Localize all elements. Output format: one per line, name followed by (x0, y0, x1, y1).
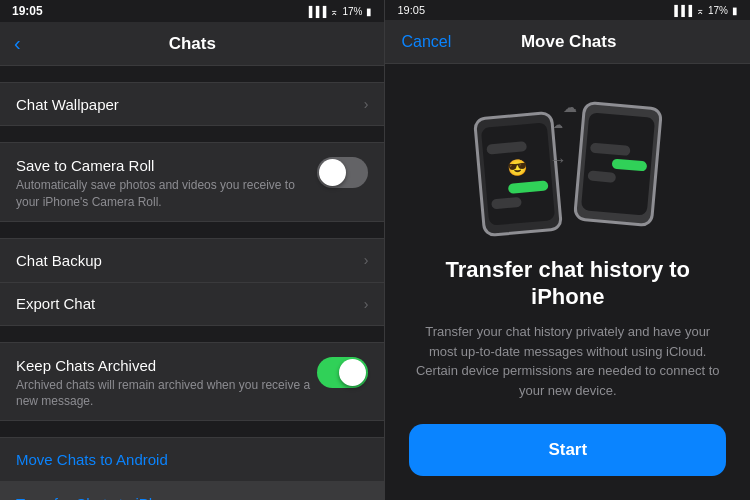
save-camera-roll-desc: Automatically save photos and videos you… (16, 177, 317, 211)
save-camera-roll-label: Save to Camera Roll (16, 157, 317, 174)
section-keep-archived: Keep Chats Archived Archived chats will … (0, 342, 384, 422)
move-chats-android-row[interactable]: Move Chats to Android (0, 437, 384, 481)
chat-bubble-received-1 (486, 141, 527, 154)
phone-left: 😎 (473, 111, 563, 238)
toggle-knob (319, 159, 346, 186)
emoji-sunglasses: 😎 (506, 157, 528, 178)
cancel-button[interactable]: Cancel (401, 33, 451, 51)
move-chats-title: Move Chats (521, 32, 616, 52)
battery-pct-left: 17% (342, 6, 362, 17)
cloud-icon-1: ☁ (563, 99, 577, 115)
cloud-icon-2: ☁ (553, 119, 563, 130)
right-main-content: 😎 → ☁ ☁ Transfer chat history to iPhone (385, 64, 750, 500)
right-status-icons: ▐▐▐ ⌅ 17% ▮ (671, 5, 738, 16)
page-title: Chats (169, 34, 216, 54)
export-chat-row[interactable]: Export Chat › (0, 282, 384, 326)
chat-bubble-received-2 (491, 196, 522, 209)
chat-bubble-received-r2 (587, 170, 616, 182)
chat-bubble-sent-1 (508, 180, 549, 193)
keep-archived-toggle[interactable] (317, 357, 368, 388)
export-chat-label: Export Chat (16, 295, 364, 312)
section-backup-export: Chat Backup › Export Chat › (0, 238, 384, 326)
chat-backup-row[interactable]: Chat Backup › (0, 238, 384, 282)
keep-archived-label: Keep Chats Archived (16, 357, 317, 374)
signal-icon-right: ▐▐▐ (671, 5, 692, 16)
left-status-icons: ▐▐▐ ⌅ 17% ▮ (305, 6, 372, 17)
phone-right (573, 101, 663, 228)
move-chats-android-label: Move Chats to Android (16, 451, 168, 468)
battery-pct-right: 17% (708, 5, 728, 16)
phones-illustration: 😎 → ☁ ☁ (468, 94, 668, 241)
chevron-left-icon: ‹ (14, 32, 21, 55)
right-nav-header: Cancel Move Chats (385, 20, 750, 64)
start-button[interactable]: Start (409, 424, 726, 476)
right-time: 19:05 (397, 4, 425, 16)
chat-backup-label: Chat Backup (16, 252, 364, 269)
keep-archived-desc: Archived chats will remain archived when… (16, 377, 317, 411)
chevron-right-icon: › (364, 252, 369, 268)
save-camera-roll-row[interactable]: Save to Camera Roll Automatically save p… (0, 142, 384, 222)
left-panel: 19:05 ▐▐▐ ⌅ 17% ▮ ‹ Chats Chat Wallpaper… (0, 0, 384, 500)
phone-right-screen (581, 112, 655, 215)
left-nav-header: ‹ Chats (0, 22, 384, 66)
battery-icon-left: ▮ (366, 6, 372, 17)
wifi-icon: ⌅ (330, 6, 338, 17)
wifi-icon-right: ⌅ (696, 5, 704, 16)
right-status-bar: 19:05 ▐▐▐ ⌅ 17% ▮ (385, 0, 750, 20)
section-wallpaper: Chat Wallpaper › (0, 82, 384, 126)
section-camera-roll: Save to Camera Roll Automatically save p… (0, 142, 384, 222)
back-button[interactable]: ‹ (14, 32, 21, 55)
save-camera-roll-toggle[interactable] (317, 157, 368, 188)
battery-icon-right: ▮ (732, 5, 738, 16)
keep-archived-row[interactable]: Keep Chats Archived Archived chats will … (0, 342, 384, 422)
chevron-right-icon: › (364, 296, 369, 312)
left-status-bar: 19:05 ▐▐▐ ⌅ 17% ▮ (0, 0, 384, 22)
transfer-chats-iphone-label: Transfer Chats to iPhone (16, 495, 182, 500)
right-panel: 19:05 ▐▐▐ ⌅ 17% ▮ Cancel Move Chats 😎 (385, 0, 750, 500)
left-time: 19:05 (12, 4, 43, 18)
section-move-transfer: Move Chats to Android Transfer Chats to … (0, 437, 384, 500)
chat-bubble-sent-r1 (611, 158, 647, 171)
phone-left-screen: 😎 (481, 122, 555, 225)
transfer-chats-iphone-row[interactable]: Transfer Chats to iPhone (0, 481, 384, 500)
settings-content: Chat Wallpaper › Save to Camera Roll Aut… (0, 66, 384, 500)
transfer-arrow-icon: → (549, 150, 567, 171)
chat-wallpaper-label: Chat Wallpaper (16, 96, 364, 113)
chevron-right-icon: › (364, 96, 369, 112)
chat-wallpaper-row[interactable]: Chat Wallpaper › (0, 82, 384, 126)
toggle-knob (339, 359, 366, 386)
transfer-title: Transfer chat history to iPhone (409, 257, 726, 310)
transfer-description: Transfer your chat history privately and… (409, 322, 726, 400)
signal-icon: ▐▐▐ (305, 6, 326, 17)
chat-bubble-received-r1 (590, 143, 631, 156)
